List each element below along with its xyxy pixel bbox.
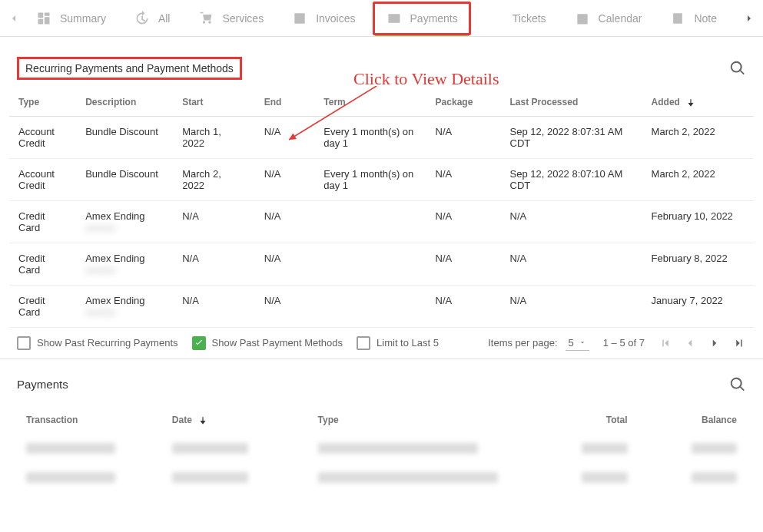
ticket-icon — [488, 10, 505, 27]
table-row[interactable] — [17, 463, 746, 492]
cell-package: N/A — [426, 158, 501, 200]
search-button[interactable] — [729, 60, 746, 77]
cell-term: Every 1 month(s) on day 1 — [314, 158, 426, 200]
column-header[interactable]: Term — [314, 89, 426, 116]
tabs-scroll-right[interactable] — [738, 12, 760, 25]
page-last-button[interactable] — [732, 336, 746, 350]
cell-type: Account Credit — [9, 116, 76, 158]
column-header[interactable]: Transaction — [17, 407, 163, 434]
cell-description: Amex Endingxxxxxx — [76, 285, 173, 327]
cell-added: January 7, 2022 — [642, 285, 754, 327]
table-row[interactable]: Account CreditBundle DiscountMarch 2, 20… — [9, 158, 754, 200]
column-header[interactable]: Date — [163, 407, 309, 434]
cell-start: March 2, 2022 — [173, 158, 255, 200]
show-past-methods-label: Show Past Payment Methods — [212, 337, 343, 349]
checkbox-icon — [17, 336, 31, 350]
column-header[interactable]: Package — [426, 89, 501, 116]
cart-icon — [197, 10, 214, 27]
chevron-right-icon — [708, 336, 722, 350]
page-first-icon — [659, 336, 672, 350]
cell-package: N/A — [426, 285, 501, 327]
show-past-recurring-label: Show Past Recurring Payments — [37, 337, 178, 349]
tabs-scroll-left[interactable] — [3, 12, 25, 25]
table-row[interactable]: Credit CardAmex EndingxxxxxxN/AN/AN/AN/A… — [9, 285, 754, 327]
recurring-body: Account CreditBundle DiscountMarch 1, 20… — [9, 116, 754, 327]
annotation-text: Click to View Details — [353, 69, 499, 89]
tab-calendar[interactable]: Calendar — [563, 4, 653, 33]
payments-header: Payments — [17, 376, 746, 393]
chevron-left-icon — [683, 336, 697, 350]
cell-last-processed: Sep 12, 2022 8:07:31 AM CDT — [501, 116, 642, 158]
cell-last-processed: N/A — [501, 243, 642, 285]
chevron-right-icon — [743, 12, 755, 25]
cell-type: Credit Card — [9, 243, 76, 285]
show-past-methods-toggle[interactable]: Show Past Payment Methods — [192, 336, 343, 350]
cell-type: Credit Card — [9, 200, 76, 243]
tab-label: Tickets — [513, 12, 546, 25]
dashboard-icon — [35, 10, 52, 27]
arrow-down-icon — [197, 415, 208, 426]
cell-term — [314, 243, 426, 285]
pagination-controls — [659, 336, 746, 350]
table-row[interactable]: Credit CardAmex EndingxxxxxxN/AN/AN/AN/A… — [9, 200, 754, 243]
tab-all[interactable]: All — [123, 4, 181, 33]
column-header[interactable]: Start — [173, 89, 255, 116]
tab-label: Summary — [60, 12, 106, 25]
cell-package: N/A — [426, 243, 501, 285]
dropdown-icon — [579, 339, 586, 346]
cell-type: Account Credit — [9, 158, 76, 200]
tab-tickets[interactable]: Tickets — [477, 4, 557, 33]
cell-term: Every 1 month(s) on day 1 — [314, 116, 426, 158]
payments-table: TransactionDate TypeTotalBalance — [17, 407, 746, 492]
page-prev-button[interactable] — [683, 336, 697, 350]
cell-description: Bundle Discount — [76, 158, 173, 200]
cell-end: N/A — [255, 200, 315, 243]
image-icon — [291, 10, 308, 27]
recurring-table: TypeDescriptionStartEndTermPackageLast P… — [9, 89, 754, 328]
cell-start: N/A — [173, 243, 255, 285]
table-row[interactable]: Credit CardAmex EndingxxxxxxN/AN/AN/AN/A… — [9, 243, 754, 285]
cell-term — [314, 200, 426, 243]
tab-label: All — [158, 12, 171, 25]
column-header[interactable]: Total — [527, 407, 636, 434]
items-per-page: Items per page: 5 — [488, 335, 589, 351]
column-header[interactable]: Type — [309, 407, 528, 434]
cell-description: Amex Endingxxxxxx — [76, 243, 173, 285]
calendar-icon — [574, 10, 591, 27]
show-past-recurring-toggle[interactable]: Show Past Recurring Payments — [17, 336, 178, 350]
items-per-page-select[interactable]: 5 — [566, 335, 589, 351]
page-next-button[interactable] — [708, 336, 722, 350]
cell-package: N/A — [426, 116, 501, 158]
tab-summary[interactable]: Summary — [25, 4, 117, 33]
recurring-header-row: TypeDescriptionStartEndTermPackageLast P… — [9, 89, 754, 116]
tab-note[interactable]: Note — [659, 4, 728, 33]
cell-type: Credit Card — [9, 285, 76, 327]
column-header[interactable]: Type — [9, 89, 76, 116]
history-icon — [134, 10, 151, 27]
column-header[interactable]: Last Processed — [501, 89, 642, 116]
column-header[interactable]: Description — [76, 89, 173, 116]
cell-package: N/A — [426, 200, 501, 243]
cell-description: Bundle Discount — [76, 116, 173, 158]
page-first-button[interactable] — [659, 336, 672, 350]
search-button[interactable] — [729, 376, 746, 393]
payments-header-row: TransactionDate TypeTotalBalance — [17, 407, 746, 434]
tab-payments[interactable]: Payments — [373, 2, 471, 35]
cell-added: March 2, 2022 — [642, 116, 754, 158]
limit-last-5-toggle[interactable]: Limit to Last 5 — [357, 336, 439, 350]
table-row[interactable]: Account CreditBundle DiscountMarch 1, 20… — [9, 116, 754, 158]
table-row[interactable] — [17, 434, 746, 463]
tab-services[interactable]: Services — [187, 4, 274, 33]
checkbox-checked-icon — [192, 336, 206, 350]
cell-added: February 8, 2022 — [642, 243, 754, 285]
checkbox-icon — [357, 336, 370, 350]
column-header[interactable]: Added — [642, 89, 754, 116]
cell-added: March 2, 2022 — [642, 158, 754, 200]
tab-label: Invoices — [316, 12, 355, 25]
column-header[interactable]: Balance — [637, 407, 746, 434]
items-per-page-label: Items per page: — [488, 337, 557, 349]
payments-section: Payments TransactionDate TypeTotalBalanc… — [0, 359, 763, 509]
column-header[interactable]: End — [255, 89, 315, 116]
cell-description: Amex Endingxxxxxx — [76, 200, 173, 243]
tab-invoices[interactable]: Invoices — [280, 4, 366, 33]
